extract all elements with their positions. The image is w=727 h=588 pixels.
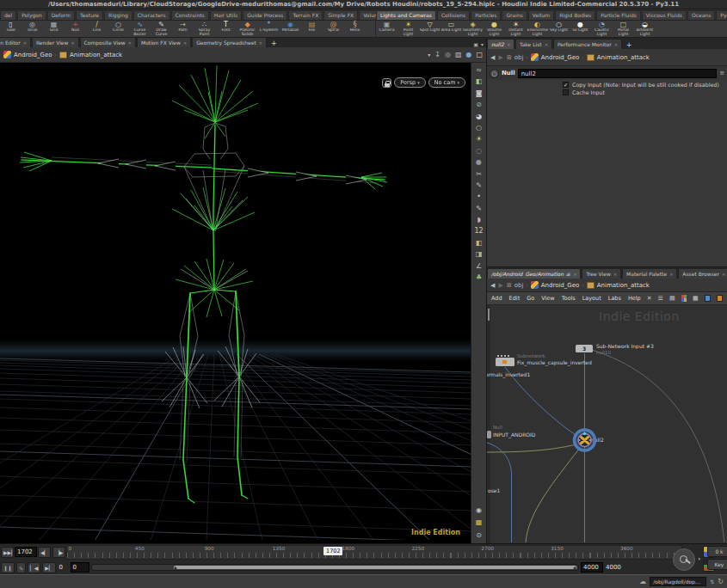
- pane-tab[interactable]: mation Editor ✕: [0, 38, 31, 47]
- snap-grid-icon[interactable]: ◨: [473, 249, 485, 260]
- shelf-tool[interactable]: ● Volume Light: [484, 21, 505, 37]
- forward-arrow-icon[interactable]: ▶: [498, 54, 502, 61]
- pane-tab[interactable]: Take List ✕: [515, 39, 552, 49]
- shelf-tool[interactable]: T Font: [215, 21, 237, 37]
- autokey-knob[interactable]: [673, 548, 695, 571]
- shelf-tab[interactable]: Polygon: [17, 10, 46, 20]
- cube-view-icon[interactable]: ▧: [455, 51, 462, 58]
- shelf-tool[interactable]: ▦ Grid: [43, 21, 65, 37]
- display-sphere-icon[interactable]: ●: [465, 51, 471, 58]
- audio-toggle[interactable]: ∿: [16, 562, 26, 573]
- key-count-button[interactable]: 0 k: [707, 546, 727, 557]
- menu-item[interactable]: Edit: [509, 295, 521, 302]
- shelf-tool[interactable]: ✎ Draw Curve: [151, 21, 172, 37]
- shelf-tool[interactable]: ◎ Torus: [22, 21, 43, 37]
- pane-tab[interactable]: Motion FX View ✕: [137, 38, 191, 47]
- shelf-tool[interactable]: ◈ Geometry Light: [462, 21, 484, 37]
- shelf-tool[interactable]: ☀ Distant Light: [505, 21, 527, 37]
- pen-icon[interactable]: ✎: [473, 204, 485, 214]
- goto-end-button[interactable]: ▶▏: [42, 562, 55, 573]
- pane-tab[interactable]: Geometry Spreadsheet ✕: [192, 38, 267, 47]
- wrench-icon[interactable]: ✕: [647, 295, 652, 302]
- path-obj[interactable]: obj: [514, 54, 524, 61]
- window-orange-icon[interactable]: [717, 295, 723, 302]
- view-persp-button[interactable]: Persp▾: [394, 77, 425, 88]
- network-scrollbar[interactable]: [487, 305, 490, 543]
- frame-range-slider[interactable]: [91, 564, 579, 571]
- pane-tab[interactable]: Render View ✕: [32, 38, 79, 47]
- shelf-tab[interactable]: Pyro FX: [716, 10, 727, 20]
- path-android-geo[interactable]: Android_Geo: [541, 282, 580, 289]
- shelf-tool[interactable]: § Helix: [344, 21, 366, 37]
- geometry-select-icon[interactable]: ✂: [473, 169, 485, 180]
- scene-viewport[interactable]: Persp▾ No cam▾ Indie Edition: [0, 63, 471, 543]
- shelf-tool[interactable]: → Path: [172, 21, 194, 37]
- pane-tab[interactable]: null2 ✕: [487, 39, 514, 49]
- headlight-off-icon[interactable]: ⊘: [473, 100, 485, 110]
- shelf-tab[interactable]: Viscous Fluids: [642, 10, 687, 20]
- dropper-icon[interactable]: ◗: [473, 215, 485, 225]
- color-palette-icon[interactable]: [681, 295, 687, 302]
- input-android-node[interactable]: [487, 431, 491, 438]
- visibility-eye-icon[interactable]: ⊙: [473, 530, 485, 541]
- snap-option-icon[interactable]: ◧: [473, 238, 485, 248]
- shelf-tab[interactable]: Terrain FX: [288, 10, 323, 20]
- shelf-tab[interactable]: Simple FX: [323, 10, 358, 20]
- shelf-tool[interactable]: ◐ Environment Light: [527, 21, 548, 37]
- path-animation-attack[interactable]: Animation_attack: [597, 282, 650, 289]
- light-headlight-icon[interactable]: ◌: [473, 146, 485, 156]
- close-icon[interactable]: ✕: [669, 272, 673, 277]
- grid-toggle-icon[interactable]: ▦: [473, 518, 485, 528]
- shelf-tool[interactable]: + Null: [65, 21, 86, 37]
- menu-item[interactable]: Add: [491, 295, 502, 302]
- path-dropdown-icon[interactable]: ▾: [428, 52, 430, 58]
- shelf-tab[interactable]: del: [0, 10, 16, 20]
- menu-item[interactable]: Help: [628, 295, 641, 302]
- menu-item[interactable]: View: [541, 295, 554, 302]
- shelf-tool[interactable]: ▣ Camera: [376, 21, 397, 37]
- subnetwork-node[interactable]: [496, 358, 514, 366]
- shelf-tool[interactable]: ○ Circle: [108, 21, 129, 37]
- brush-icon[interactable]: ✎: [473, 181, 485, 191]
- step-back-button[interactable]: ◀▏: [38, 547, 51, 558]
- pane-tab[interactable]: Performance Monitor ✕: [553, 39, 622, 49]
- shelf-tool[interactable]: / Line: [86, 21, 108, 37]
- view-layout-icon[interactable]: ◧: [473, 77, 485, 87]
- node-name-field[interactable]: null2: [518, 69, 717, 78]
- shelf-tool[interactable]: ∿ Curve Bezier: [129, 21, 151, 37]
- display-square-icon[interactable]: □: [476, 51, 483, 58]
- shelf-tool[interactable]: ◒ Ambient Light: [634, 21, 656, 37]
- range-start-field[interactable]: 0: [71, 562, 89, 573]
- shelf-tool[interactable]: ◉ Metaball: [280, 21, 301, 37]
- construction-plane-icon[interactable]: ∠: [473, 261, 485, 272]
- shelf-tab[interactable]: Collisions: [437, 10, 470, 20]
- secure-selection-lock-icon[interactable]: ◙: [473, 89, 485, 99]
- window-blue-icon[interactable]: [705, 295, 711, 302]
- close-icon[interactable]: ✕: [128, 40, 132, 46]
- path-animation-attack[interactable]: Animation_attack: [70, 52, 122, 58]
- range-end-field[interactable]: 4000: [581, 562, 603, 573]
- view-camera-button[interactable]: No cam▾: [428, 77, 465, 88]
- shelf-tool[interactable]: ▯ Tube: [0, 21, 22, 37]
- menu-item[interactable]: Labs: [608, 295, 621, 302]
- pane-tab[interactable]: Composite View ✕: [80, 38, 136, 47]
- shelf-tab[interactable]: Oceans: [687, 10, 715, 20]
- shelf-tool[interactable]: ◆ Platonic Solids: [237, 21, 258, 37]
- timeline-ruler[interactable]: 0450900135018002250270031503600 1702: [66, 545, 682, 560]
- shelf-tab[interactable]: Particle Fluids: [596, 10, 641, 20]
- spinner-arrows-icon[interactable]: ⇅: [710, 579, 714, 585]
- close-icon[interactable]: ✕: [614, 42, 618, 47]
- material-sphere-icon[interactable]: ●: [473, 157, 485, 168]
- point-display-icon[interactable]: •: [473, 192, 485, 202]
- shelf-tool[interactable]: ▭ Area Light: [441, 21, 462, 37]
- shelf-tool[interactable]: ☀ Point Light: [397, 21, 419, 37]
- hierarchy-icon[interactable]: ☰: [658, 295, 663, 302]
- menu-item[interactable]: Layout: [582, 295, 601, 302]
- new-tab-button[interactable]: +: [623, 41, 636, 49]
- close-icon[interactable]: ✕: [545, 42, 548, 47]
- shelf-tool[interactable]: ○ Sky Light: [548, 21, 570, 37]
- shelf-tool[interactable]: ● GI Light: [570, 21, 591, 37]
- shelf-tab[interactable]: Grains: [502, 10, 527, 20]
- current-frame-marker[interactable]: 1702: [323, 547, 342, 555]
- goto-start-button[interactable]: ▏◀: [28, 562, 40, 573]
